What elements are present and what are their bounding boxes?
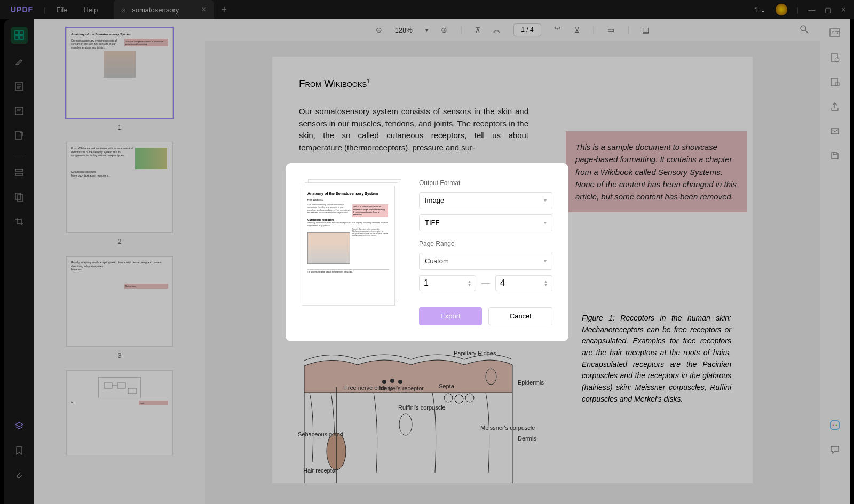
range-from-input[interactable]: 1▲▼ bbox=[419, 275, 476, 291]
output-format-label: Output Format bbox=[419, 179, 552, 187]
export-preview: Anatomy of the Somatosensory System From… bbox=[302, 179, 403, 307]
export-dialog: Anatomy of the Somatosensory System From… bbox=[286, 163, 568, 341]
export-form: Output Format Image TIFF Page Range Cust… bbox=[419, 179, 552, 325]
cancel-button[interactable]: Cancel bbox=[488, 307, 552, 325]
range-select[interactable]: Custom bbox=[419, 253, 552, 270]
filetype-select[interactable]: TIFF bbox=[419, 214, 552, 231]
page-range-label: Page Range bbox=[419, 240, 552, 247]
range-separator: — bbox=[481, 278, 490, 288]
export-button[interactable]: Export bbox=[419, 307, 482, 325]
range-to-input[interactable]: 4▲▼ bbox=[495, 275, 552, 291]
modal-overlay: Anatomy of the Somatosensory System From… bbox=[0, 0, 854, 504]
format-select[interactable]: Image bbox=[419, 192, 552, 209]
